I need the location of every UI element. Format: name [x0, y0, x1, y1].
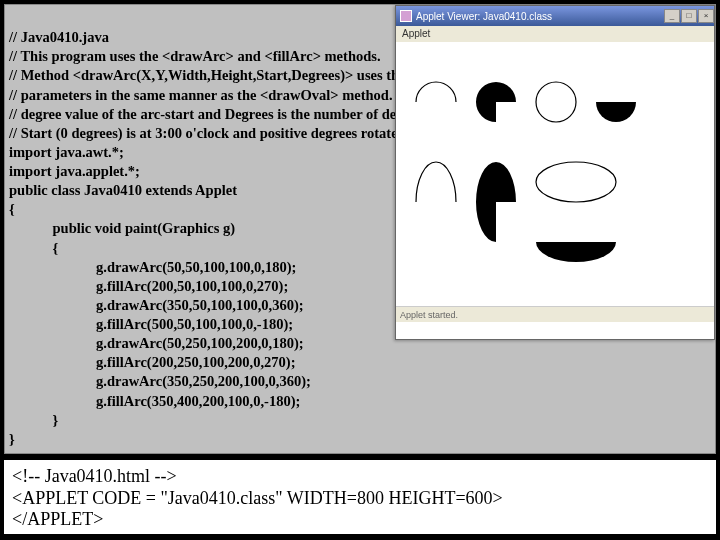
slide-container: // Java0410.java // This program uses th… [0, 0, 720, 540]
code-line: } [9, 412, 58, 428]
code-line: g.drawArc(350,250,200,100,0,360); [9, 373, 311, 389]
applet-status: Applet started. [396, 306, 714, 322]
code-line: g.fillArc(500,50,100,100,0,-180); [9, 316, 293, 332]
code-panel: // Java0410.java // This program uses th… [4, 4, 716, 454]
minimize-button[interactable]: _ [664, 9, 680, 23]
maximize-button[interactable]: □ [681, 9, 697, 23]
arc-6 [476, 162, 516, 242]
java-cup-icon [400, 10, 412, 22]
code-line: g.fillArc(350,400,200,100,0,-180); [9, 393, 300, 409]
code-line: { [9, 201, 15, 217]
applet-menu[interactable]: Applet [396, 26, 714, 42]
arc-5 [416, 162, 456, 202]
applet-title: Applet Viewer: Java0410.class [416, 11, 552, 22]
code-line: // This program uses the <drawArc> and <… [9, 48, 381, 64]
code-line: g.drawArc(350,50,100,100,0,360); [9, 297, 304, 313]
code-line: import java.applet.*; [9, 163, 140, 179]
code-line: } [9, 431, 15, 447]
close-button[interactable]: × [698, 9, 714, 23]
code-line: { [9, 240, 58, 256]
arc-2 [476, 82, 516, 122]
window-buttons: _ □ × [663, 9, 714, 23]
html-line: <!-- Java0410.html --> [12, 466, 708, 488]
arc-4 [596, 102, 636, 122]
applet-canvas: Applet started. [396, 42, 714, 322]
applet-viewer-window: Applet Viewer: Java0410.class _ □ × Appl… [395, 5, 715, 340]
arc-3 [536, 82, 576, 122]
applet-titlebar: Applet Viewer: Java0410.class _ □ × [396, 6, 714, 26]
code-line: g.fillArc(200,50,100,100,0,270); [9, 278, 288, 294]
arc-7 [536, 162, 616, 202]
code-line: g.drawArc(50,250,100,200,0,180); [9, 335, 304, 351]
html-line: </APPLET> [12, 509, 708, 531]
code-line: public class Java0410 extends Applet [9, 182, 237, 198]
code-line: public void paint(Graphics g) [9, 220, 235, 236]
code-line: import java.awt.*; [9, 144, 124, 160]
html-panel: <!-- Java0410.html --> <APPLET CODE = "J… [4, 460, 716, 534]
code-line: g.fillArc(200,250,100,200,0,270); [9, 354, 295, 370]
code-line: g.drawArc(50,50,100,100,0,180); [9, 259, 296, 275]
html-line: <APPLET CODE = "Java0410.class" WIDTH=80… [12, 488, 708, 510]
arc-8 [536, 242, 616, 262]
arc-1 [416, 82, 456, 102]
arc-drawing [396, 42, 716, 322]
code-line: // Java0410.java [9, 29, 109, 45]
